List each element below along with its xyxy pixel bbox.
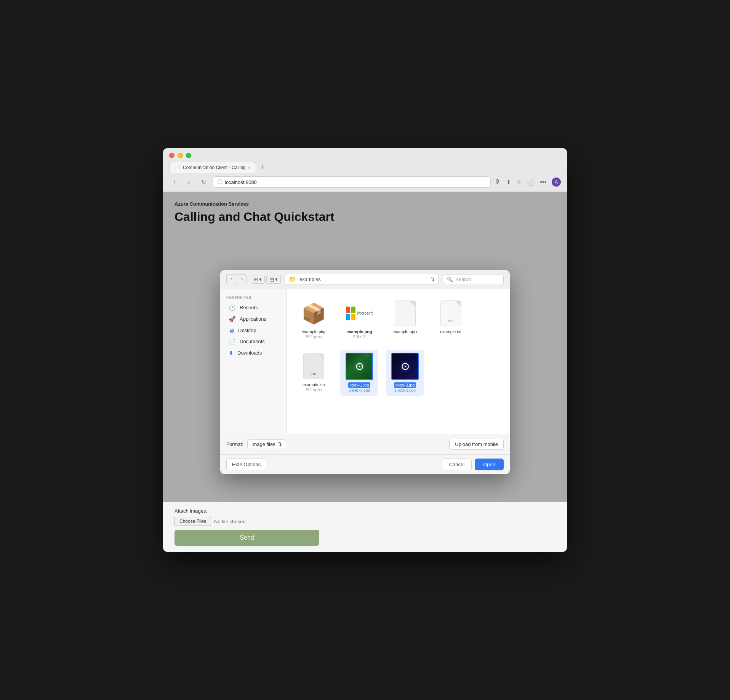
tab-page-icon: 📄 bbox=[175, 165, 181, 170]
file-name-pptx: example.pptx bbox=[392, 329, 417, 334]
file-item-pptx[interactable]: example.pptx bbox=[386, 297, 424, 342]
dialog-back-button[interactable]: ‹ bbox=[226, 274, 236, 284]
list-icon: ▤ bbox=[269, 276, 274, 282]
tab-close-button[interactable]: × bbox=[248, 165, 250, 170]
sidebar-item-downloads[interactable]: ⬇ Downloads bbox=[223, 347, 284, 359]
folder-icon: 📁 bbox=[289, 276, 296, 283]
ms-logo bbox=[346, 307, 355, 320]
sidebar-item-applications-label: Applications bbox=[240, 316, 266, 322]
file-thumbnail-xbox2: ⊙ bbox=[391, 353, 419, 380]
file-meta-pkg: 752 bytes bbox=[305, 335, 322, 339]
file-meta-xbox1: 3,840×2,160 bbox=[349, 388, 370, 393]
attach-label: Attach images: bbox=[174, 508, 556, 514]
file-thumbnail-xbox1: ⊙ bbox=[346, 353, 373, 380]
maximize-traffic-light[interactable] bbox=[186, 153, 191, 158]
dialog-body: Favorites 🕐 Recents 🚀 Applications 🖥 Des… bbox=[220, 289, 510, 434]
file-name-png: example.png bbox=[346, 329, 372, 334]
file-thumbnail-pkg: 📦 bbox=[300, 300, 327, 327]
sidebar-item-desktop[interactable]: 🖥 Desktop bbox=[223, 325, 284, 336]
action-buttons: Cancel Open bbox=[442, 459, 504, 470]
close-traffic-light[interactable] bbox=[169, 153, 174, 158]
file-item-png[interactable]: Microsoft example.png 216×46 bbox=[340, 297, 378, 342]
icon-view-button[interactable]: ⊞ ▾ bbox=[251, 275, 265, 284]
desktop-icon: 🖥 bbox=[229, 327, 234, 334]
file-meta-zip: 752 bytes bbox=[305, 388, 322, 392]
xbox2-thumbnail: ⊙ bbox=[391, 353, 419, 380]
xbox2-logo: ⊙ bbox=[401, 360, 410, 372]
file-input-row: Choose Files No file chosen bbox=[174, 517, 556, 526]
file-thumbnail-txt: TXT bbox=[437, 300, 464, 327]
search-placeholder: Search bbox=[455, 276, 471, 282]
format-arrows-icon: ⇅ bbox=[278, 441, 282, 447]
dialog-toolbar: ‹ › ⊞ ▾ ▤ ▾ 📁 bbox=[220, 270, 510, 289]
file-item-xbox2[interactable]: ⊙ xbox-2.jpg 1,920×1,080 bbox=[386, 350, 424, 396]
hide-options-button[interactable]: Hide Options bbox=[226, 459, 266, 470]
location-field[interactable]: 📁 examples ⇅ bbox=[285, 274, 439, 285]
back-button[interactable]: ‹ bbox=[169, 177, 180, 187]
chevron-down-icon: ▾ bbox=[275, 276, 278, 282]
ms-square-green bbox=[351, 307, 355, 313]
file-dialog-overlay: ‹ › ⊞ ▾ ▤ ▾ 📁 bbox=[163, 192, 567, 552]
file-item-txt[interactable]: TXT example.txt bbox=[432, 297, 470, 342]
new-tab-button[interactable]: + bbox=[258, 162, 268, 173]
sidebar-icon[interactable]: ⬜ bbox=[527, 179, 535, 186]
file-item-zip[interactable]: ZIP example.zip 752 bytes bbox=[295, 350, 333, 396]
sidebar-item-recents[interactable]: 🕐 Recents bbox=[223, 302, 284, 313]
recents-icon: 🕐 bbox=[229, 304, 236, 311]
bookmark-icon[interactable]: ☆ bbox=[516, 179, 522, 186]
dialog-files: 📦 example.pkg 752 bytes bbox=[287, 289, 510, 434]
browser-tab[interactable]: 📄 Communication Client - Calling × bbox=[169, 162, 256, 173]
file-meta-xbox2: 1,920×1,080 bbox=[394, 388, 416, 393]
sidebar-section-label: Favorites bbox=[220, 295, 287, 302]
browser-window: 📄 Communication Client - Calling × + ‹ ›… bbox=[163, 148, 567, 552]
sidebar-item-applications[interactable]: 🚀 Applications bbox=[223, 313, 284, 325]
title-bar: 📄 Communication Client - Calling × + bbox=[163, 148, 567, 173]
xbox1-logo: ⊙ bbox=[355, 360, 364, 372]
address-field[interactable]: ⓘ localhost:8080 bbox=[213, 176, 491, 188]
send-button[interactable]: Send bbox=[174, 530, 319, 546]
chevron-down-icon: ▾ bbox=[259, 276, 262, 282]
documents-icon: 📄 bbox=[229, 338, 236, 345]
file-thumbnail-pptx bbox=[391, 300, 419, 327]
ms-square-yellow bbox=[351, 314, 355, 320]
list-view-button[interactable]: ▤ ▾ bbox=[266, 275, 281, 284]
sidebar-item-documents[interactable]: 📄 Documents bbox=[223, 336, 284, 347]
sidebar-item-downloads-label: Downloads bbox=[237, 350, 262, 356]
choose-files-button[interactable]: Choose Files bbox=[174, 517, 211, 526]
menu-icon[interactable]: ••• bbox=[540, 179, 546, 185]
pptx-file-icon bbox=[395, 300, 416, 326]
format-select[interactable]: Image files ⇅ bbox=[247, 439, 286, 449]
refresh-button[interactable]: ↻ bbox=[198, 177, 209, 187]
tab-title: Communication Client - Calling bbox=[183, 165, 246, 170]
cancel-button[interactable]: Cancel bbox=[442, 459, 472, 470]
file-item-pkg[interactable]: 📦 example.pkg 752 bytes bbox=[295, 297, 333, 342]
format-label: Format: bbox=[226, 441, 243, 447]
upload-from-mobile-button[interactable]: Upload from mobile bbox=[449, 439, 504, 450]
no-file-text: No file chosen bbox=[214, 519, 245, 524]
dialog-forward-button[interactable]: › bbox=[237, 274, 247, 284]
sidebar-item-recents-label: Recents bbox=[240, 305, 258, 310]
txt-type-label: TXT bbox=[447, 319, 455, 323]
profile-icon[interactable]: A bbox=[552, 177, 561, 187]
minimize-traffic-light[interactable] bbox=[178, 153, 183, 158]
txt-file-icon: TXT bbox=[440, 300, 461, 326]
share-icon[interactable]: ⬆ bbox=[506, 179, 511, 186]
sidebar-item-desktop-label: Desktop bbox=[238, 328, 256, 333]
file-item-xbox1[interactable]: ⊙ xbox-1.jpg 3,840×2,160 bbox=[340, 350, 378, 396]
file-name-txt: example.txt bbox=[440, 329, 461, 334]
forward-button[interactable]: › bbox=[184, 177, 194, 187]
ms-square-blue bbox=[346, 314, 350, 320]
mic-icon[interactable]: 🎙 bbox=[495, 179, 501, 185]
traffic-lights bbox=[169, 153, 561, 158]
file-thumbnail-png: Microsoft bbox=[346, 300, 373, 327]
file-name-pkg: example.pkg bbox=[302, 329, 325, 334]
search-field[interactable]: 🔍 Search bbox=[443, 275, 504, 284]
file-name-xbox1: xbox-1.jpg bbox=[348, 382, 371, 388]
toolbar-icons: 🎙 ⬆ ☆ ⬜ ••• A bbox=[495, 177, 561, 187]
sidebar-item-documents-label: Documents bbox=[240, 339, 265, 344]
dialog-sidebar: Favorites 🕐 Recents 🚀 Applications 🖥 Des… bbox=[220, 289, 287, 434]
xbox1-thumbnail: ⊙ bbox=[346, 353, 373, 380]
open-button[interactable]: Open bbox=[475, 459, 504, 470]
ms-logo-container: Microsoft bbox=[346, 300, 373, 327]
file-dialog: ‹ › ⊞ ▾ ▤ ▾ 📁 bbox=[220, 270, 510, 474]
